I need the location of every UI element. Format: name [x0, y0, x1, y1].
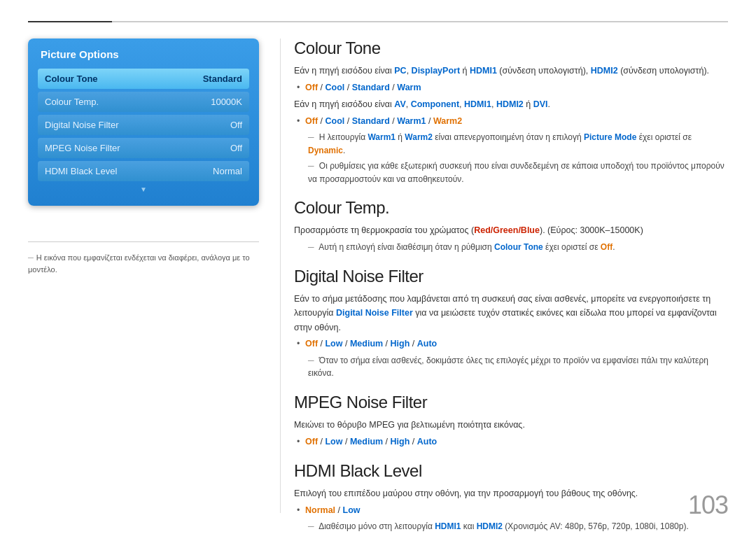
menu-item-colour-temp-label: Colour Temp. — [45, 97, 99, 107]
menu-item-hdmi-black-value: Normal — [213, 166, 242, 176]
sidebar-divider — [28, 241, 259, 242]
colour-temp-body: Προσαρμόστε τη θερμοκρασία του χρώματος … — [294, 223, 728, 253]
hdmi-black-body: Επιλογή του επιπέδου μαύρου στην οθόνη, … — [294, 486, 728, 533]
menu-item-colour-tone-label: Colour Tone — [45, 73, 98, 84]
colour-tone-note-1: Η λειτουργία Warm1 ή Warm2 είναι απενεργ… — [301, 131, 728, 157]
colour-tone-bullets-1: Off / Cool / Standard / Warm — [305, 81, 728, 94]
bullet-item: Normal / Low — [305, 504, 728, 517]
menu-item-colour-temp[interactable]: Colour Temp. 10000K — [38, 92, 249, 112]
bullet-item: Off / Low / Medium / High / Auto — [305, 337, 728, 351]
menu-item-digital-noise[interactable]: Digital Noise Filter Off — [38, 115, 249, 135]
digital-noise-note-1: Όταν το σήμα είναι ασθενές, δοκιμάστε όλ… — [301, 354, 728, 380]
menu-item-mpeg-noise-value: Off — [230, 143, 242, 153]
digital-noise-bullets: Off / Low / Medium / High / Auto — [305, 337, 728, 351]
colour-tone-bullets-2: Off / Cool / Standard / Warm1 / Warm2 — [305, 115, 728, 128]
colour-temp-note-1: Αυτή η επιλογή είναι διαθέσιμη όταν η ρύ… — [301, 241, 728, 254]
hdmi-black-bullets: Normal / Low — [305, 504, 728, 517]
colour-tone-p2: Εάν η πηγή εισόδου είναι AV, Component, … — [294, 97, 728, 112]
bullet-item: Off / Cool / Standard / Warm — [305, 81, 728, 94]
menu-item-hdmi-black-label: HDMI Black Level — [45, 166, 117, 176]
section-colour-tone: Colour Tone Εάν η πηγή εισόδου είναι PC,… — [294, 38, 728, 185]
hdmi-black-title: HDMI Black Level — [294, 461, 728, 481]
mpeg-noise-body: Μειώνει το θόρυβο MPEG για βελτιωμένη πο… — [294, 418, 728, 449]
right-panel: Colour Tone Εάν η πηγή εισόδου είναι PC,… — [294, 38, 728, 534]
menu-item-mpeg-noise[interactable]: MPEG Noise Filter Off — [38, 138, 249, 158]
menu-item-digital-noise-value: Off — [230, 120, 242, 130]
digital-noise-body: Εάν το σήμα μετάδοσης που λαμβάνεται από… — [294, 292, 728, 380]
mpeg-noise-bullets: Off / Low / Medium / High / Auto — [305, 435, 728, 449]
section-digital-noise: Digital Noise Filter Εάν το σήμα μετάδοσ… — [294, 267, 728, 380]
colour-temp-p1: Προσαρμόστε τη θερμοκρασία του χρώματος … — [294, 223, 728, 238]
hdmi-black-note-1: Διαθέσιμο μόνο στη λειτουργία HDMI1 και … — [301, 520, 728, 533]
page-number: 103 — [688, 491, 728, 520]
colour-tone-title: Colour Tone — [294, 38, 728, 58]
colour-tone-note-2: Οι ρυθμίσεις για κάθε εξωτερική συσκευή … — [301, 160, 728, 185]
hdmi-black-p1: Επιλογή του επιπέδου μαύρου στην οθόνη, … — [294, 486, 728, 501]
menu-item-digital-noise-label: Digital Noise Filter — [45, 120, 118, 130]
menu-item-colour-tone[interactable]: Colour Tone Standard — [38, 69, 249, 89]
mpeg-noise-p1: Μειώνει το θόρυβο MPEG για βελτιωμένη πο… — [294, 418, 728, 433]
left-panel: Picture Options Colour Tone Standard Col… — [28, 38, 259, 206]
sidebar-footnote: Η εικόνα που εμφανίζεται ενδέχεται να δι… — [28, 252, 259, 275]
colour-temp-title: Colour Temp. — [294, 198, 728, 218]
menu-item-colour-tone-value: Standard — [203, 73, 242, 84]
section-hdmi-black: HDMI Black Level Επιλογή του επιπέδου μα… — [294, 461, 728, 533]
picture-options-box: Picture Options Colour Tone Standard Col… — [28, 38, 259, 206]
top-divider — [28, 21, 728, 22]
colour-tone-p1: Εάν η πηγή εισόδου είναι PC, DisplayPort… — [294, 64, 728, 78]
bullet-item: Off / Cool / Standard / Warm1 / Warm2 — [305, 115, 728, 128]
chevron-down-icon — [38, 185, 249, 193]
section-mpeg-noise: MPEG Noise Filter Μειώνει το θόρυβο MPEG… — [294, 393, 728, 449]
bullet-item: Off / Low / Medium / High / Auto — [305, 435, 728, 449]
section-colour-temp: Colour Temp. Προσαρμόστε τη θερμοκρασία … — [294, 198, 728, 253]
menu-item-hdmi-black[interactable]: HDMI Black Level Normal — [38, 161, 249, 181]
digital-noise-title: Digital Noise Filter — [294, 267, 728, 286]
mpeg-noise-title: MPEG Noise Filter — [294, 393, 728, 412]
menu-item-colour-temp-value: 10000K — [211, 97, 242, 107]
vertical-divider — [280, 38, 281, 513]
menu-item-mpeg-noise-label: MPEG Noise Filter — [45, 143, 120, 153]
colour-tone-body: Εάν η πηγή εισόδου είναι PC, DisplayPort… — [294, 64, 728, 185]
digital-noise-p1: Εάν το σήμα μετάδοσης που λαμβάνεται από… — [294, 292, 728, 335]
picture-options-title: Picture Options — [38, 48, 249, 60]
